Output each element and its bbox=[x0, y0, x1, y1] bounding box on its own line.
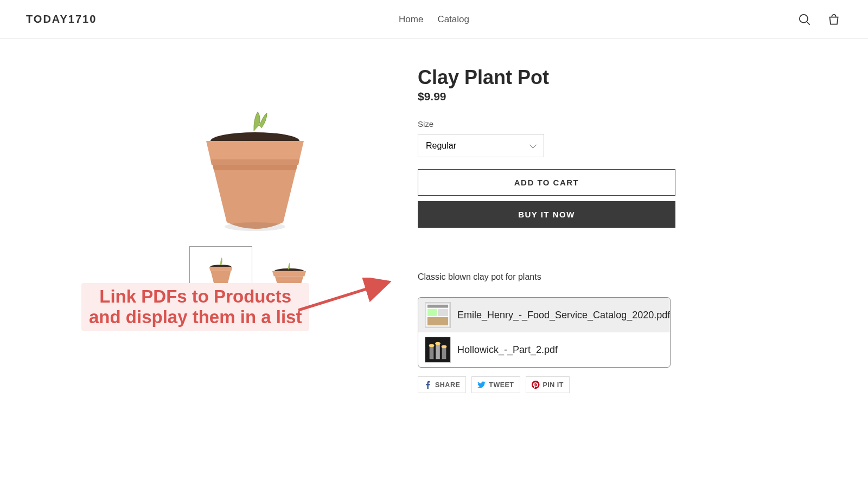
pinterest-icon bbox=[532, 381, 540, 389]
pdf-filename: Emile_Henry_-_Food_Service_Catalog_2020.… bbox=[457, 310, 670, 321]
pdf-thumbnail-icon bbox=[425, 337, 451, 363]
size-select-wrap: Regular bbox=[418, 134, 544, 157]
svg-rect-15 bbox=[442, 348, 446, 359]
product-description: Classic blown clay pot for plants bbox=[418, 272, 700, 282]
product-info: Clay Plant Pot $9.99 Size Regular ADD TO… bbox=[418, 66, 700, 393]
svg-rect-8 bbox=[427, 305, 448, 308]
product-price: $9.99 bbox=[418, 90, 700, 103]
share-buttons: SHARE TWEET PIN IT bbox=[418, 376, 700, 393]
product-gallery: Link PDFs to Products and display them i… bbox=[125, 66, 385, 393]
svg-point-17 bbox=[435, 342, 441, 345]
site-header: TODAY1710 Home Catalog bbox=[0, 0, 868, 39]
buy-now-button[interactable]: BUY IT NOW bbox=[418, 201, 675, 228]
twitter-icon bbox=[477, 381, 486, 389]
nav-catalog[interactable]: Catalog bbox=[437, 14, 469, 25]
svg-rect-9 bbox=[427, 309, 437, 316]
share-facebook-button[interactable]: SHARE bbox=[418, 376, 466, 393]
cart-icon[interactable] bbox=[826, 11, 842, 28]
product-thumbnails bbox=[125, 246, 385, 290]
svg-line-1 bbox=[807, 22, 809, 24]
svg-rect-13 bbox=[430, 346, 434, 359]
size-select[interactable]: Regular bbox=[418, 134, 544, 157]
nav-home[interactable]: Home bbox=[399, 14, 423, 25]
svg-point-0 bbox=[800, 14, 808, 22]
share-pinterest-button[interactable]: PIN IT bbox=[526, 376, 570, 393]
annotation-callout: Link PDFs to Products and display them i… bbox=[81, 283, 309, 331]
pdf-item-2[interactable]: Hollowick_-_Part_2.pdf bbox=[418, 332, 670, 367]
thumbnail-2[interactable] bbox=[258, 246, 321, 290]
pdf-filename: Hollowick_-_Part_2.pdf bbox=[457, 344, 558, 356]
site-logo[interactable]: TODAY1710 bbox=[26, 13, 97, 25]
product-page: Link PDFs to Products and display them i… bbox=[0, 39, 868, 393]
svg-point-16 bbox=[429, 344, 435, 347]
pdf-item-1[interactable]: Emile_Henry_-_Food_Service_Catalog_2020.… bbox=[418, 298, 670, 332]
pdf-attachment-list: Emile_Henry_-_Food_Service_Catalog_2020.… bbox=[418, 297, 671, 368]
svg-point-18 bbox=[442, 345, 447, 348]
share-twitter-button[interactable]: TWEET bbox=[471, 376, 520, 393]
product-main-image bbox=[125, 66, 385, 240]
facebook-icon bbox=[424, 381, 432, 389]
product-title: Clay Plant Pot bbox=[418, 66, 700, 89]
svg-rect-14 bbox=[436, 344, 440, 359]
size-label: Size bbox=[418, 119, 700, 129]
add-to-cart-button[interactable]: ADD TO CART bbox=[418, 169, 675, 196]
header-actions bbox=[796, 11, 842, 28]
thumbnail-1[interactable] bbox=[189, 246, 252, 290]
main-nav: Home Catalog bbox=[399, 14, 469, 25]
pdf-thumbnail-icon bbox=[425, 302, 451, 328]
search-icon[interactable] bbox=[796, 11, 813, 28]
svg-point-3 bbox=[225, 222, 285, 231]
annotation-line2: and display them in a list bbox=[89, 307, 302, 327]
svg-rect-10 bbox=[438, 309, 448, 316]
svg-rect-11 bbox=[427, 317, 448, 325]
